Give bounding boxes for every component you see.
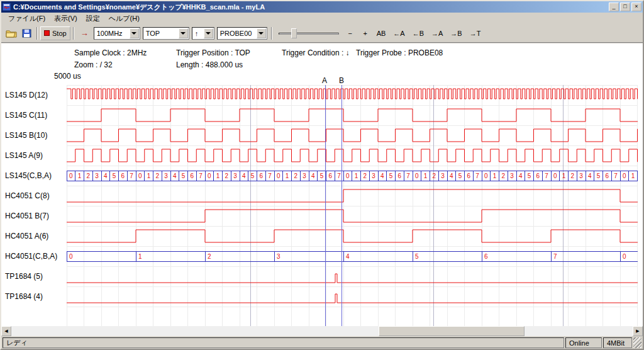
bus-value: 0: [69, 253, 73, 260]
bus-value: 4: [173, 172, 177, 179]
channel-label: LS145(C,B,A): [5, 171, 66, 180]
bus-value: 6: [191, 172, 194, 179]
waveform-trace: [67, 149, 638, 162]
cursor-b-label[interactable]: B: [339, 76, 344, 85]
probe-select[interactable]: PROBE00: [217, 27, 267, 40]
minimize-button[interactable]: _: [609, 3, 619, 11]
bus-value: 4: [104, 172, 108, 179]
cursor-a-label[interactable]: A: [322, 76, 327, 85]
bus-value: 6: [536, 172, 540, 179]
bus-value: 2: [156, 172, 160, 179]
bus-value: 4: [311, 172, 315, 179]
waveform-trace: [67, 129, 638, 142]
open-button[interactable]: [4, 26, 19, 40]
menu-view[interactable]: 表示(V): [50, 13, 82, 25]
bus-value: 1: [138, 253, 142, 260]
zoom-slider[interactable]: [279, 27, 339, 40]
trigger-condition-text: Trigger Condition : ↓: [282, 48, 350, 57]
bus-value: 1: [631, 172, 635, 179]
waveform-trace: [67, 89, 638, 99]
goto-a-right-button[interactable]: →A: [428, 26, 447, 40]
bus-value: 7: [475, 172, 479, 179]
titlebar: C:¥Documents and Settings¥noname¥デスクトップ¥…: [1, 1, 643, 13]
stop-icon: [44, 30, 50, 36]
bus-value: 5: [597, 172, 601, 179]
bus-value: 6: [398, 172, 402, 179]
length-text: Length : 488.000 us: [176, 60, 243, 69]
open-folder-icon: [6, 29, 17, 38]
chevron-down-icon[interactable]: [257, 28, 266, 38]
bus-value: 4: [346, 253, 350, 260]
menu-file[interactable]: ファイル(F): [4, 13, 50, 25]
waveform-trace: [67, 189, 638, 202]
resize-grip[interactable]: [633, 337, 641, 348]
clock-select[interactable]: 100MHz: [94, 27, 140, 40]
bus-value: 6: [260, 172, 264, 179]
run-button[interactable]: →: [77, 26, 92, 40]
window-title: C:¥Documents and Settings¥noname¥デスクトップ¥…: [13, 3, 608, 12]
bus-value: 2: [571, 172, 575, 179]
trigger-position-select[interactable]: TOP: [143, 27, 189, 40]
bus-value: 2: [433, 172, 436, 179]
bus-value: 6: [606, 172, 609, 179]
bus-value: 0: [553, 172, 557, 179]
bus-value: 7: [199, 172, 203, 179]
bus-value: 7: [545, 172, 548, 179]
waveform-trace: [67, 294, 638, 303]
chevron-down-icon[interactable]: [179, 28, 188, 38]
save-button[interactable]: [19, 26, 34, 40]
horizontal-scrollbar[interactable]: ◀ ▶: [1, 326, 643, 336]
bus-value: 4: [380, 172, 384, 179]
channel-label: HC4051 A(6): [5, 232, 66, 240]
zoom-in-button[interactable]: +: [358, 26, 373, 40]
zoom-slider-thumb[interactable]: [291, 28, 297, 38]
trigger-position-text: Trigger Position : TOP: [176, 48, 250, 57]
scroll-right-icon[interactable]: ▶: [633, 326, 643, 336]
bus-value: 1: [493, 172, 497, 179]
channel-label: HC4051(C,B,A): [5, 252, 66, 261]
chevron-down-icon[interactable]: [204, 28, 213, 38]
menu-settings[interactable]: 設定: [82, 13, 104, 25]
zoom-slider-track: [279, 33, 339, 35]
goto-b-left-button[interactable]: ←B: [409, 26, 428, 40]
bus-value: 5: [458, 172, 462, 179]
bus-value: 0: [277, 172, 280, 179]
bus-value: 7: [130, 172, 133, 179]
bus-value: 6: [484, 253, 488, 260]
channel-label: LS145 D(12): [5, 91, 66, 99]
goto-a-left-button[interactable]: ←A: [389, 26, 408, 40]
bus-value: 0: [138, 172, 142, 179]
channel-label: LS145 A(9): [5, 151, 66, 160]
bus-value: 4: [450, 172, 453, 179]
maximize-button[interactable]: □: [620, 3, 630, 11]
menu-help[interactable]: ヘルプ(H): [104, 13, 144, 25]
channel-label: TP1684 (5): [5, 272, 66, 281]
goto-b-right-button[interactable]: →B: [447, 26, 465, 40]
chevron-down-icon[interactable]: [130, 28, 139, 38]
bus-value: 2: [208, 253, 211, 260]
bus-value: 5: [415, 253, 419, 260]
bus-value: 0: [484, 172, 488, 179]
bus-value: 0: [415, 172, 419, 179]
toolbar-separator: [271, 27, 272, 40]
channel-label: LS145 C(11): [5, 111, 66, 120]
ab-button[interactable]: AB: [373, 26, 390, 40]
stop-button[interactable]: Stop: [40, 26, 70, 40]
scroll-left-icon[interactable]: ◀: [1, 326, 11, 336]
bus-value: 5: [320, 172, 324, 179]
bus-value: 4: [519, 172, 523, 179]
trigger-probe-text: Trigger Probe : PROBE08: [356, 48, 443, 57]
bus-value: 5: [528, 172, 531, 179]
trigger-edge-select[interactable]: ↑: [192, 27, 214, 40]
bus-value: 4: [242, 172, 246, 179]
scrollbar-thumb[interactable]: [379, 326, 525, 336]
bus-value: 3: [164, 172, 168, 179]
close-button[interactable]: ×: [631, 3, 641, 11]
zoom-out-button[interactable]: −: [343, 26, 358, 40]
bus-value: 5: [113, 172, 116, 179]
toolbar-separator: [73, 27, 74, 40]
goto-trigger-button[interactable]: →T: [466, 26, 485, 40]
bus-value: 1: [216, 172, 220, 179]
bus-value: 1: [355, 172, 358, 179]
bus-value: 6: [467, 172, 471, 179]
